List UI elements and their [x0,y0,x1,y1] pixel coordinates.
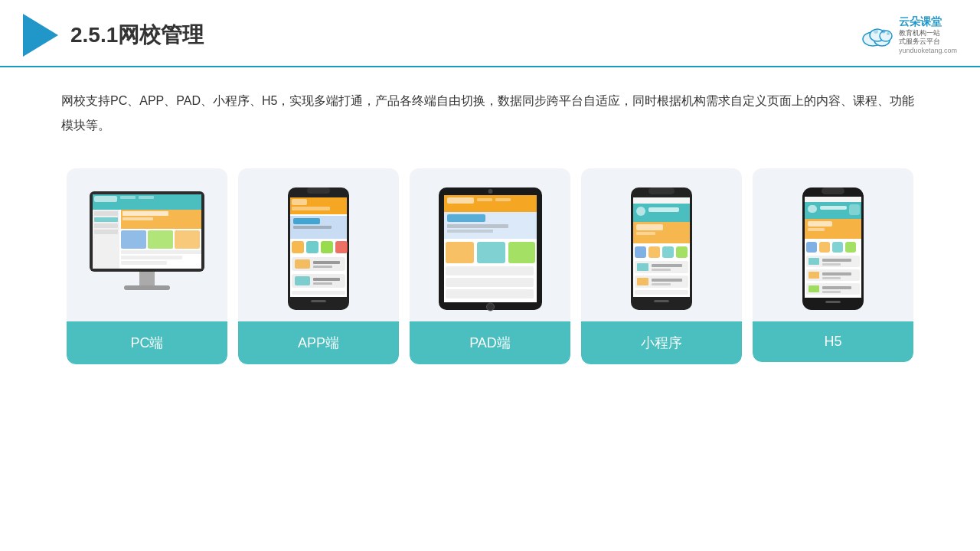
svg-rect-24 [121,250,201,254]
brand-name: 云朵课堂 [899,15,957,28]
svg-rect-90 [637,278,648,285]
h5-label: H5 [753,321,913,362]
cloud-icon [861,24,894,47]
brand-slogan1: 教育机构一站 [899,29,957,38]
svg-rect-39 [292,241,304,253]
page-title: 2.5.1网校管理 [70,21,204,50]
svg-rect-105 [808,228,825,231]
svg-rect-59 [495,198,511,201]
svg-rect-64 [446,242,474,263]
h5-phone-icon [799,184,867,313]
svg-rect-116 [822,272,851,276]
svg-rect-31 [307,187,330,194]
svg-rect-20 [122,217,153,220]
miniprogram-card: 小程序 [581,168,742,364]
pad-card: PAD端 [410,168,570,364]
svg-rect-111 [808,258,819,265]
brand-slogan2: 式服务云平台 [899,37,957,47]
svg-rect-19 [122,211,168,216]
svg-point-4 [874,29,878,34]
svg-rect-84 [676,246,688,258]
svg-rect-101 [820,206,847,210]
svg-rect-62 [447,224,508,228]
svg-rect-76 [636,207,645,216]
pc-monitor-icon [82,184,212,314]
cards-container: PC端 [0,145,980,387]
svg-rect-108 [832,242,843,253]
svg-rect-26 [121,261,167,265]
app-card: APP端 [238,168,399,364]
svg-rect-109 [845,242,856,253]
svg-rect-88 [652,269,671,271]
svg-rect-42 [335,241,348,253]
brand-url: yunduoketang.com [899,47,957,56]
svg-rect-35 [292,207,330,210]
svg-rect-119 [808,285,819,292]
svg-rect-57 [447,197,474,204]
pad-label: PAD端 [410,321,570,364]
app-label: APP端 [238,321,399,364]
svg-rect-50 [313,282,332,285]
svg-rect-112 [822,259,851,262]
description-text: 网校支持PC、APP、PAD、小程序、H5，实现多端打通，产品各终端自由切换，数… [0,67,980,145]
svg-rect-32 [311,300,326,302]
svg-rect-117 [822,277,841,279]
svg-rect-96 [822,187,844,194]
svg-rect-83 [662,246,674,258]
pc-image-area [67,168,227,321]
svg-rect-93 [635,290,688,295]
svg-rect-49 [313,278,340,281]
svg-rect-82 [648,246,660,258]
svg-rect-100 [808,205,817,213]
svg-rect-21 [121,230,146,249]
header-left: 2.5.1网校管理 [23,14,204,57]
h5-card: H5 [753,168,913,362]
svg-rect-69 [446,289,534,298]
svg-rect-51 [292,291,345,295]
svg-rect-48 [295,276,310,285]
svg-rect-73 [654,300,669,302]
miniprogram-label: 小程序 [581,321,742,364]
svg-rect-41 [321,241,333,253]
svg-point-5 [881,30,885,34]
pad-tablet-icon [435,184,546,314]
brand-logo: 云朵课堂 教育机构一站 式服务云平台 yunduoketang.com [861,15,957,55]
svg-rect-115 [808,272,819,279]
svg-rect-86 [637,263,648,271]
svg-rect-106 [806,242,817,253]
svg-rect-65 [477,242,505,263]
svg-rect-44 [295,259,310,269]
svg-rect-87 [652,264,682,267]
svg-rect-28 [124,285,170,290]
svg-rect-22 [148,230,173,249]
svg-rect-17 [94,230,118,234]
app-phone-icon [284,184,353,314]
svg-rect-102 [849,204,860,215]
svg-rect-12 [139,196,154,199]
svg-rect-40 [306,241,318,253]
header-right: 云朵课堂 教育机构一站 式服务云平台 yunduoketang.com [861,15,957,55]
svg-rect-66 [508,242,535,263]
svg-rect-67 [446,266,534,276]
svg-rect-61 [447,214,485,222]
svg-rect-77 [648,207,679,212]
header: 2.5.1网校管理 云朵课堂 教育机构一站 式服务云平台 yunduoketan… [0,0,980,67]
svg-rect-80 [636,232,655,235]
pad-image-area [410,168,570,321]
svg-rect-25 [121,256,182,259]
svg-rect-46 [313,266,332,268]
svg-rect-58 [477,198,492,201]
miniprogram-image-area [581,168,742,321]
svg-rect-74 [633,197,690,204]
description-content: 网校支持PC、APP、PAD、小程序、H5，实现多端打通，产品各终端自由切换，数… [61,94,914,132]
svg-rect-72 [648,187,675,194]
svg-rect-120 [822,286,851,289]
pc-label: PC端 [67,321,227,364]
svg-rect-63 [447,230,493,233]
svg-rect-97 [825,301,841,303]
svg-rect-16 [94,223,118,228]
svg-rect-45 [313,261,340,264]
app-image-area [238,168,399,321]
svg-point-55 [486,303,494,311]
svg-rect-37 [293,218,320,224]
